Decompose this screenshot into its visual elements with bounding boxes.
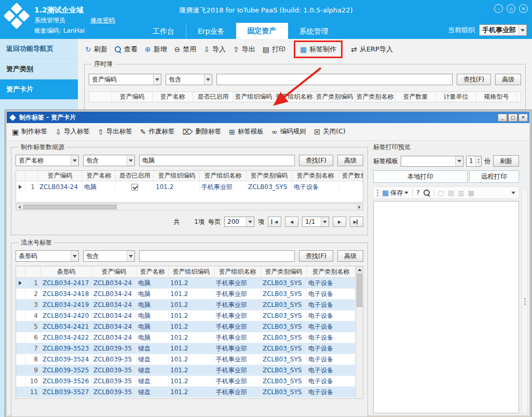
column-header[interactable]: 资产名称: [153, 92, 193, 102]
label-template-button[interactable]: ⊞ 标签模板: [229, 127, 264, 136]
page-size-select[interactable]: 200: [224, 217, 254, 227]
page-indicator-select[interactable]: 1/1: [302, 217, 329, 227]
delete-label-button[interactable]: ⌦ 删除标签: [182, 127, 221, 136]
picture-icon[interactable]: ▢: [438, 190, 444, 196]
export-label-button[interactable]: ⇧ 导出标签: [98, 127, 132, 136]
column-header[interactable]: 条形码: [41, 266, 92, 277]
table-row[interactable]: 2 ZCLB034-2418 ZCLB034-24 电脑 101.2 手机事业部…: [16, 289, 356, 300]
prev-page-button[interactable]: ◀: [285, 217, 298, 227]
tab-erp-business[interactable]: Erp业务: [186, 23, 236, 39]
save-button[interactable]: ▦ 保存: [382, 189, 408, 197]
dialog-titlebar[interactable]: 制作标签 - 资产卡片 _ □ ✕: [7, 112, 529, 123]
scrollbar-thumb[interactable]: [23, 205, 117, 209]
journal-field-select[interactable]: 资产编码: [89, 74, 161, 85]
column-header[interactable]: 资产组织编码: [154, 171, 200, 181]
table-row[interactable]: 1 ZCLB034-2417 ZCLB034-24 电脑 101.2 手机事业部…: [16, 278, 356, 289]
column-header[interactable]: 是否已启用: [193, 92, 234, 102]
column-header[interactable]: 资产数量: [395, 92, 436, 102]
export-button[interactable]: ⇧ 导出: [233, 45, 255, 54]
table-row[interactable]: 7 ZCLB039-3523 ZCLB039-35 键盘 101.2 手机事业部…: [16, 343, 356, 354]
journal-advanced-button[interactable]: 高级: [495, 74, 521, 85]
column-header[interactable]: 资产类别编码: [315, 92, 355, 102]
last-page-button[interactable]: ▶▎: [350, 217, 363, 227]
serial-search-input[interactable]: [139, 250, 295, 262]
erp-import-button[interactable]: ⇄ 从ERP导入: [351, 45, 393, 54]
datasource-field-select[interactable]: 资产名称: [16, 155, 79, 166]
datasource-search-button[interactable]: 查找(F): [299, 155, 333, 166]
tab-system-management[interactable]: 系统管理: [288, 23, 340, 39]
column-header[interactable]: 是否已启用: [116, 171, 154, 181]
scroll-up-icon[interactable]: [356, 266, 363, 273]
close-button[interactable]: ✕: [519, 4, 528, 13]
journal-search-input[interactable]: [216, 74, 453, 85]
column-header[interactable]: 资产组织名称: [214, 266, 261, 277]
table-view-icon[interactable]: ▥: [458, 190, 464, 196]
column-header[interactable]: 资产类别编码: [261, 266, 307, 277]
serial-operator-select[interactable]: 包含: [83, 250, 135, 262]
scrollbar-thumb[interactable]: [357, 274, 362, 307]
column-header[interactable]: 资产名称: [137, 266, 169, 277]
datasource-search-input[interactable]: [139, 155, 295, 166]
grid-view-icon[interactable]: ▩: [468, 190, 474, 196]
serial-field-select[interactable]: 条形码: [16, 250, 79, 262]
scroll-right-icon[interactable]: [356, 204, 363, 210]
make-label-button[interactable]: ▣ 制作标签: [12, 127, 47, 136]
column-header[interactable]: 资产类别名称: [307, 266, 356, 277]
refresh-button[interactable]: ↻ 刷新: [85, 45, 107, 54]
first-page-button[interactable]: ▎◀: [268, 217, 281, 227]
column-header[interactable]: 资产编码: [38, 171, 83, 181]
serial-advanced-button[interactable]: 高级: [337, 250, 363, 262]
change-password-link[interactable]: 修改密码: [90, 17, 115, 24]
maximize-button[interactable]: ▫: [507, 4, 515, 13]
coding-rules-button[interactable]: ∞ 编码规则: [271, 127, 306, 136]
table-row[interactable]: 11 ZCLB039-3527 ZCLB039-35 键盘 101.2 手机事业…: [16, 387, 356, 398]
datasource-row[interactable]: 1 ZCLB034-24 电脑 101.2 手机事业部 ZCLB03_SYS 电…: [16, 181, 363, 193]
label-make-button[interactable]: ▦ 标签制作: [300, 45, 336, 54]
copies-spinner[interactable]: 1: [466, 156, 482, 167]
column-header[interactable]: 规格型号: [476, 92, 517, 102]
sidebar-back-link[interactable]: 返回功能导航页: [0, 39, 78, 59]
spinner-arrows-icon[interactable]: [475, 156, 481, 166]
column-header[interactable]: 资产编码: [92, 266, 137, 277]
serial-search-button[interactable]: 查找(F): [299, 250, 333, 262]
pages-icon[interactable]: ▤: [448, 190, 454, 196]
table-row[interactable]: 4 ZCLB034-2420 ZCLB034-24 电脑 101.2 手机事业部…: [16, 311, 356, 321]
column-header[interactable]: 资产数量: [339, 171, 363, 181]
column-header[interactable]: 资产组织编码: [169, 266, 214, 277]
next-page-button[interactable]: ▶: [333, 217, 346, 227]
remote-print-button[interactable]: 远程打印: [469, 170, 519, 183]
sidebar-item-asset-category[interactable]: 资产类别: [0, 59, 78, 79]
enabled-checkbox[interactable]: [131, 184, 138, 191]
table-row[interactable]: 10 ZCLB039-3526 ZCLB039-35 键盘 101.2 手机事业…: [16, 376, 356, 387]
disable-button[interactable]: ⊖ 禁用: [174, 45, 196, 54]
column-header[interactable]: 资产组织名称: [200, 171, 247, 181]
preview-refresh-button[interactable]: 刷新: [493, 155, 519, 167]
table-row[interactable]: 6 ZCLB034-2422 ZCLB034-24 电脑 101.2 手机事业部…: [16, 332, 356, 343]
column-header[interactable]: 计量单位: [436, 92, 476, 102]
find-icon[interactable]: [424, 190, 430, 196]
column-header[interactable]: 资产组织名称: [274, 92, 315, 102]
table-row[interactable]: 3 ZCLB034-2419 ZCLB034-24 电脑 101.2 手机事业部…: [16, 300, 356, 311]
dialog-close-button[interactable]: ✕: [519, 114, 528, 122]
datasource-operator-select[interactable]: 包含: [83, 155, 135, 166]
add-button[interactable]: ⊕ 新增: [145, 45, 167, 54]
view-button[interactable]: 查看: [115, 45, 138, 54]
close-dialog-button[interactable]: ☒ 关闭(C): [314, 127, 346, 136]
print-button[interactable]: ▤ 打印: [263, 45, 285, 54]
more-options-icon[interactable]: [511, 192, 515, 194]
import-label-button[interactable]: ⇩ 导入标签: [55, 127, 90, 136]
void-label-button[interactable]: ✎ 作废标签: [140, 127, 175, 136]
column-header[interactable]: 资产组织编码: [234, 92, 274, 102]
dialog-maximize-button[interactable]: □: [508, 114, 517, 122]
sidebar-item-asset-card[interactable]: 资产卡片: [0, 79, 78, 100]
dialog-minimize-button[interactable]: _: [498, 114, 507, 122]
column-header[interactable]: 资产名称: [83, 171, 116, 181]
minimize-button[interactable]: –: [494, 4, 503, 13]
journal-search-button[interactable]: 查找(F): [457, 74, 491, 85]
column-header[interactable]: 资产类别名称: [355, 92, 395, 102]
local-print-button[interactable]: 本地打印: [373, 170, 468, 183]
tab-workbench[interactable]: 工作台: [141, 23, 186, 39]
column-header[interactable]: 资产类别名称: [292, 171, 339, 181]
journal-operator-select[interactable]: 包含: [166, 74, 212, 85]
table-row[interactable]: 8 ZCLB039-3524 ZCLB039-35 键盘 101.2 手机事业部…: [16, 354, 356, 365]
